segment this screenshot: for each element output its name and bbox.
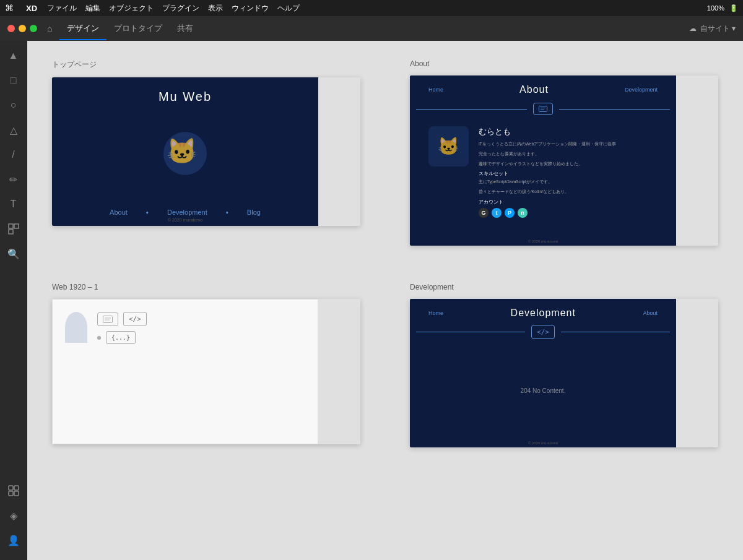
tool-ellipse[interactable]: ○ [6,98,21,113]
about-frame[interactable]: Home About Development [410,75,718,246]
app-name: XD [26,4,37,13]
toppage-dot2: ♦ [226,210,228,215]
toppage-title: Mu Web [159,90,212,104]
about-nav-bar: Home About Development [410,75,676,100]
tool-line[interactable]: / [6,147,21,162]
tool-text[interactable]: T [6,197,21,212]
battery-icon: 🔋 [729,4,738,12]
about-info: むらとも ITをっくうとる立に内のWebアプリケーション開発・運用・保守に従事 … [479,126,658,218]
toppage-cat: 🐱 [160,132,210,181]
tool-search[interactable]: 🔍 [6,246,21,261]
about-label: About [410,59,718,68]
note-icon[interactable]: n [518,208,528,218]
development-frame[interactable]: Home Development About </> 204 No Conten… [410,299,718,447]
menu-file[interactable]: ファイル [47,3,77,14]
tool-layers[interactable]: ◈ [6,508,21,523]
cloud-area[interactable]: ☁ 自サイト ▾ [689,24,736,34]
web1920-code-icon: </> [123,312,147,326]
toppage-about-link[interactable]: About [110,209,128,216]
about-social: G t P n [479,208,658,218]
about-name: むらとも [479,126,658,137]
maximize-button[interactable] [30,25,37,32]
app-body: ▲ □ ○ △ / ✏ T 🔍 ◈ 👤 [0,41,743,560]
about-skill-desc2: 普々とチャードなどの扱う/Kotlin/などもあり。 [479,189,658,195]
web1920-content: </> {...} [65,312,305,344]
toppage-blog-link[interactable]: Blog [247,209,261,216]
canvas[interactable]: トップページ Mu Web 🐱 About ♦ Development ♦ [27,41,743,560]
web1920-avatar [65,312,87,343]
menu-plugin[interactable]: プラグイン [162,3,199,14]
dev-nav-bar: Home Development About [410,299,676,322]
about-line-right [559,109,670,110]
github-icon[interactable]: G [479,208,489,218]
about-page-title: About [519,84,549,95]
about-account-title: アカウント [479,199,658,205]
tab-share[interactable]: 共有 [170,20,201,37]
minimize-button[interactable] [19,25,26,32]
about-avatar: 🐱 [428,126,469,166]
tool-component[interactable] [6,222,21,236]
toppage-frame[interactable]: Mu Web 🐱 About ♦ Development ♦ Blog [52,77,360,226]
web1920-dot [97,336,101,340]
menu-view[interactable]: 表示 [208,3,223,14]
tool-pen[interactable]: ✏ [6,172,21,187]
web1920-section: Web 1920 – 1 [52,283,360,447]
svg-rect-0 [9,224,13,228]
tool-select[interactable]: ▲ [6,48,21,63]
pixiv-icon[interactable]: P [505,208,515,218]
menubar: ⌘ XD ファイル 編集 オブジェクト プラグイン 表示 ウィンドウ ヘルプ 1… [0,0,743,16]
svg-rect-2 [9,230,13,234]
toppage-dev-link[interactable]: Development [167,209,207,216]
development-artboard: Home Development About </> 204 No Conten… [410,299,676,447]
menu-help[interactable]: ヘルプ [277,3,300,14]
svg-rect-7 [539,106,547,112]
twitter-icon[interactable]: t [492,208,502,218]
tab-design[interactable]: デザイン [59,20,106,37]
menu-object[interactable]: オブジェクト [109,3,154,14]
web1920-frame[interactable]: </> {...} [52,299,360,444]
menubar-right: 100% 🔋 [707,4,738,12]
development-label: Development [410,283,718,291]
toppage-footer: © 2020 muratomo [168,218,202,222]
tool-rectangle[interactable]: □ [6,73,21,88]
about-footer: © 2020 muratomo [410,236,676,246]
about-desc2: 完全ったとな要素があります。 [479,151,658,157]
dev-about-link[interactable]: About [643,310,658,316]
svg-rect-1 [14,224,19,228]
tool-triangle[interactable]: △ [6,123,21,137]
menu-window[interactable]: ウィンドウ [232,3,269,14]
battery-level: 100% [707,4,724,12]
home-icon[interactable]: ⌂ [47,24,52,33]
menubar-items: ファイル 編集 オブジェクト プラグイン 表示 ウィンドウ ヘルプ [47,3,697,14]
tab-prototype[interactable]: プロトタイプ [106,20,170,37]
about-skill-desc1: 主にTypeScript/JavaScriptがメイです。 [479,179,658,185]
svg-rect-6 [14,491,19,496]
tab-nav: デザイン プロトタイプ 共有 [59,20,201,37]
about-dev-link[interactable]: Development [625,87,658,93]
tool-assets[interactable] [6,483,21,498]
web1920-label: Web 1920 – 1 [52,283,360,291]
window-controls [7,25,37,32]
cloud-icon: ☁ [689,24,697,33]
menu-edit[interactable]: 編集 [85,3,100,14]
about-artboard: Home About Development [410,75,676,246]
web1920-artboard: </> {...} [52,299,318,444]
sidebar: ▲ □ ○ △ / ✏ T 🔍 ◈ 👤 [0,41,27,560]
apple-menu[interactable]: ⌘ [5,3,14,13]
web1920-row1: </> [97,312,147,326]
toppage-nav: About ♦ Development ♦ Blog [110,209,261,216]
toppage-label: トップページ [52,59,360,70]
cloud-label: 自サイト ▾ [700,24,736,34]
about-id-area [410,100,676,120]
dev-line-left [416,332,525,332]
development-section: Development Home Development About </> [410,283,718,447]
about-section: About Home About Development [410,59,718,246]
about-home-link[interactable]: Home [428,87,443,93]
svg-rect-3 [9,486,13,490]
toppage-section: トップページ Mu Web 🐱 About ♦ Development ♦ [52,59,360,246]
dev-home-link[interactable]: Home [428,310,443,316]
tool-plugins[interactable]: 👤 [6,533,21,548]
dev-content: 204 No Content. [410,344,676,437]
close-button[interactable] [7,25,15,32]
svg-rect-5 [9,491,13,496]
